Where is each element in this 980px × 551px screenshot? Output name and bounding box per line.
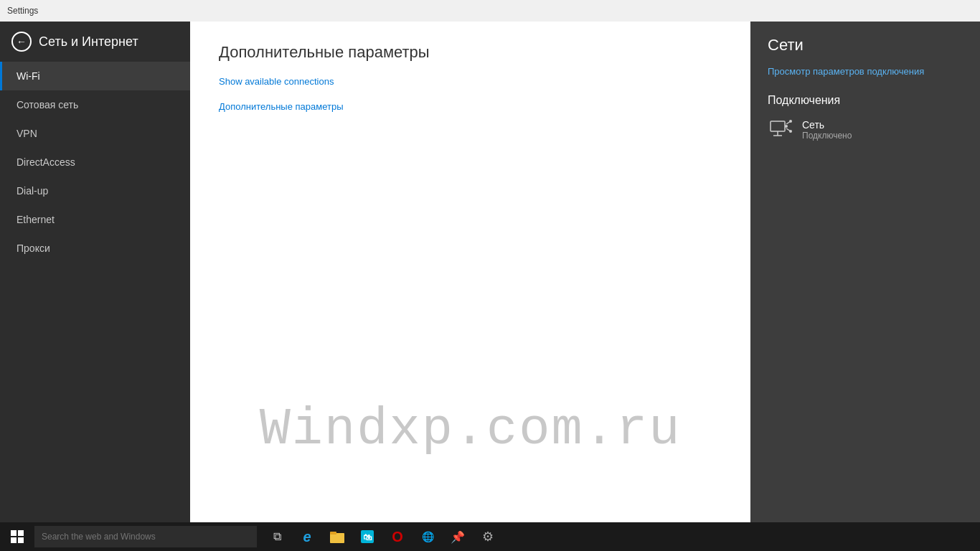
opera-icon[interactable]: O bbox=[383, 522, 412, 551]
svg-point-5 bbox=[789, 120, 792, 123]
svg-rect-0 bbox=[771, 121, 785, 131]
svg-rect-9 bbox=[18, 530, 24, 536]
svg-rect-11 bbox=[18, 537, 24, 543]
sidebar-item-vpn[interactable]: VPN bbox=[0, 119, 190, 148]
store-icon[interactable]: 🛍 bbox=[353, 522, 382, 551]
sidebar-item-cellular[interactable]: Сотовая сеть bbox=[0, 90, 190, 119]
connections-section-title: Подключения bbox=[768, 94, 963, 107]
sidebar-item-ethernet[interactable]: Ethernet bbox=[0, 205, 190, 234]
main-container: ← Сеть и Интернет Wi-Fi Сотовая сеть VPN… bbox=[0, 22, 980, 531]
task-view-button[interactable]: ⧉ bbox=[263, 522, 291, 551]
title-bar-label: Settings bbox=[7, 6, 38, 16]
file-explorer-icon[interactable] bbox=[323, 522, 352, 551]
language-icon[interactable]: 🌐 bbox=[413, 522, 442, 551]
svg-point-6 bbox=[789, 130, 792, 133]
sidebar-item-wifi[interactable]: Wi-Fi bbox=[0, 62, 190, 90]
connection-name: Сеть bbox=[802, 119, 852, 131]
sidebar-item-dialup[interactable]: Dial-up bbox=[0, 176, 190, 205]
internet-explorer-icon[interactable]: e bbox=[293, 522, 321, 551]
search-input[interactable] bbox=[34, 526, 257, 547]
pin-icon[interactable]: 📌 bbox=[443, 522, 472, 551]
connection-item: Сеть Подключено bbox=[768, 117, 963, 143]
content-area: Дополнительные параметры Show available … bbox=[190, 22, 750, 531]
connection-info: Сеть Подключено bbox=[802, 119, 852, 141]
show-connections-link[interactable]: Show available connections bbox=[219, 76, 722, 87]
svg-text:🛍: 🛍 bbox=[363, 532, 372, 542]
start-button[interactable] bbox=[3, 522, 32, 551]
windows-icon bbox=[11, 530, 24, 543]
svg-rect-13 bbox=[330, 532, 336, 534]
back-button[interactable]: ← bbox=[11, 32, 32, 52]
svg-rect-12 bbox=[330, 533, 344, 543]
sidebar-item-proxy[interactable]: Прокси bbox=[0, 234, 190, 263]
svg-rect-8 bbox=[11, 530, 17, 536]
taskbar-icons: ⧉ e 🛍 O 🌐 📌 ⚙ bbox=[263, 522, 502, 551]
view-connection-settings-link[interactable]: Просмотр параметров подключения bbox=[768, 66, 963, 77]
content-title: Дополнительные параметры bbox=[219, 43, 722, 62]
watermark: Windxp.com.ru bbox=[260, 400, 682, 459]
settings-icon[interactable]: ⚙ bbox=[473, 522, 502, 551]
sidebar-nav: Wi-Fi Сотовая сеть VPN DirectAccess Dial… bbox=[0, 62, 190, 531]
svg-point-7 bbox=[785, 125, 788, 128]
title-bar: Settings bbox=[0, 0, 980, 22]
sidebar-item-directaccess[interactable]: DirectAccess bbox=[0, 148, 190, 176]
back-arrow-icon: ← bbox=[17, 37, 27, 47]
sidebar: ← Сеть и Интернет Wi-Fi Сотовая сеть VPN… bbox=[0, 22, 190, 531]
additional-params-link[interactable]: Дополнительные параметры bbox=[219, 101, 722, 112]
svg-rect-10 bbox=[11, 537, 17, 543]
taskbar: ⧉ e 🛍 O 🌐 📌 ⚙ bbox=[0, 522, 980, 551]
sidebar-title: Сеть и Интернет bbox=[39, 34, 138, 50]
right-panel-title: Сети bbox=[768, 36, 963, 55]
right-panel: Сети Просмотр параметров подключения Под… bbox=[750, 22, 980, 531]
connection-status: Подключено bbox=[802, 131, 852, 141]
network-icon bbox=[768, 117, 793, 143]
sidebar-header: ← Сеть и Интернет bbox=[0, 22, 190, 62]
